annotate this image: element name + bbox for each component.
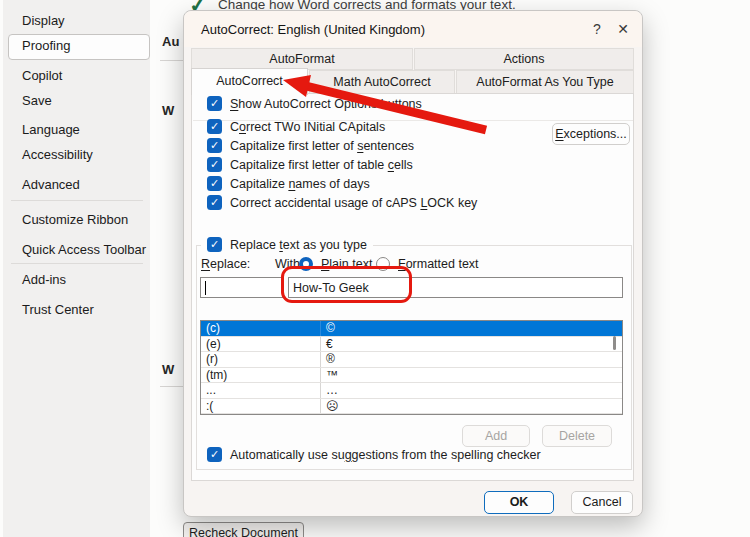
checkbox-checked-icon[interactable]: ✓ — [207, 447, 222, 462]
replace-label: Replace: — [201, 257, 250, 271]
checkbox-show-autocorrect-options[interactable]: ✓ Show AutoCorrect Options buttons — [207, 96, 422, 111]
table-cell: © — [321, 321, 622, 336]
options-sidebar: Display Proofing Copilot Save Language A… — [3, 0, 150, 537]
cancel-button[interactable]: Cancel — [571, 491, 633, 514]
tab-autoformat[interactable]: AutoFormat — [191, 48, 413, 70]
table-row[interactable]: ...… — [201, 383, 622, 399]
table-cell: … — [321, 383, 622, 398]
exceptions-button[interactable]: Exceptions... — [552, 123, 630, 145]
recheck-document-button[interactable]: Recheck Document — [183, 522, 304, 537]
close-icon[interactable]: ✕ — [614, 20, 632, 38]
autocorrect-dialog: AutoCorrect: English (United Kingdom) ? … — [183, 10, 643, 517]
checkbox-two-initial-capitals[interactable]: ✓ Correct TWo INitial CApitals — [207, 119, 385, 134]
checkbox-caps-lock[interactable]: ✓ Correct accidental usage of cAPS LOCK … — [207, 195, 477, 210]
checkbox-checked-icon[interactable]: ✓ — [207, 157, 222, 172]
table-row[interactable]: (r)® — [201, 352, 622, 368]
sidebar-divider — [11, 263, 143, 264]
checkbox-auto-suggestions[interactable]: ✓ Automatically use suggestions from the… — [201, 447, 547, 462]
bg-divider — [160, 386, 184, 387]
text-caret — [205, 281, 206, 295]
sidebar-item-add-ins[interactable]: Add-ins — [22, 271, 66, 288]
sidebar-item-save[interactable]: Save — [22, 92, 52, 109]
table-cell: (tm) — [201, 368, 321, 383]
table-row[interactable]: (e)€ — [201, 337, 622, 353]
dialog-titlebar[interactable]: AutoCorrect: English (United Kingdom) ? … — [184, 11, 642, 47]
dialog-title: AutoCorrect: English (United Kingdom) — [201, 22, 425, 37]
autocorrect-tab-page: ✓ Show AutoCorrect Options buttons ✓ Cor… — [191, 93, 634, 481]
replace-input[interactable] — [200, 277, 283, 298]
checkbox-checked-icon[interactable]: ✓ — [207, 96, 222, 111]
table-row[interactable]: :(☹ — [201, 399, 622, 415]
checkbox-checked-icon[interactable]: ✓ — [207, 176, 222, 191]
checkbox-capitalize-sentences[interactable]: ✓ Capitalize first letter of sentences — [207, 138, 414, 153]
tab-autoformat-as-you-type[interactable]: AutoFormat As You Type — [456, 70, 634, 94]
table-row[interactable]: (c)© — [201, 321, 622, 337]
sidebar-item-quick-access-toolbar[interactable]: Quick Access Toolbar — [22, 241, 146, 258]
sidebar-item-copilot[interactable]: Copilot — [22, 67, 62, 84]
sidebar-item-accessibility[interactable]: Accessibility — [22, 146, 93, 163]
tab-autocorrect[interactable]: AutoCorrect — [191, 68, 308, 95]
bg-heading-when-correcting-1: W — [162, 103, 174, 118]
tab-math-autocorrect[interactable]: Math AutoCorrect — [309, 70, 455, 94]
checkbox-checked-icon[interactable]: ✓ — [207, 119, 222, 134]
checkbox-capitalize-table-cells[interactable]: ✓ Capitalize first letter of table cells — [207, 157, 413, 172]
sidebar-item-advanced[interactable]: Advanced — [22, 176, 80, 193]
table-cell: :( — [201, 399, 321, 414]
table-cell: (e) — [201, 337, 321, 352]
checkbox-checked-icon[interactable]: ✓ — [207, 195, 222, 210]
table-cell: ☹ — [321, 399, 622, 414]
sidebar-item-proofing[interactable]: Proofing — [22, 37, 70, 54]
checkbox-replace-text-as-you-type[interactable]: ✓ Replace text as you type — [201, 237, 373, 252]
table-row[interactable]: (tm)™ — [201, 368, 622, 384]
tab-actions[interactable]: Actions — [414, 48, 634, 70]
sidebar-divider — [11, 200, 143, 201]
ok-button[interactable]: OK — [484, 491, 554, 514]
sidebar-item-customize-ribbon[interactable]: Customize Ribbon — [22, 211, 128, 228]
annotation-red-rectangle — [281, 266, 412, 303]
screen: Display Proofing Copilot Save Language A… — [0, 0, 750, 537]
replace-table[interactable]: (c)©(e)€(r)®(tm)™...…:(☹ — [200, 320, 623, 415]
table-cell: ® — [321, 352, 622, 367]
bg-heading-autocorrect-options: Au — [162, 34, 179, 49]
bg-heading-when-correcting-2: W — [162, 362, 174, 377]
replace-table-rows: (c)©(e)€(r)®(tm)™...…:(☹ — [201, 321, 622, 414]
bg-divider — [160, 60, 184, 61]
add-button[interactable]: Add — [462, 425, 530, 447]
sidebar-item-display[interactable]: Display — [22, 12, 65, 29]
help-icon[interactable]: ? — [588, 20, 606, 38]
delete-button[interactable]: Delete — [542, 425, 612, 447]
sidebar-item-language[interactable]: Language — [22, 121, 80, 138]
checkbox-checked-icon[interactable]: ✓ — [207, 237, 222, 252]
table-scrollbar[interactable] — [613, 336, 616, 350]
table-cell: (r) — [201, 352, 321, 367]
table-cell: ... — [201, 383, 321, 398]
checkbox-checked-icon[interactable]: ✓ — [207, 138, 222, 153]
table-cell: € — [321, 337, 622, 352]
sidebar-item-trust-center[interactable]: Trust Center — [22, 301, 94, 318]
table-cell: ™ — [321, 368, 622, 383]
checkbox-capitalize-days[interactable]: ✓ Capitalize names of days — [207, 176, 370, 191]
table-cell: (c) — [201, 321, 321, 336]
